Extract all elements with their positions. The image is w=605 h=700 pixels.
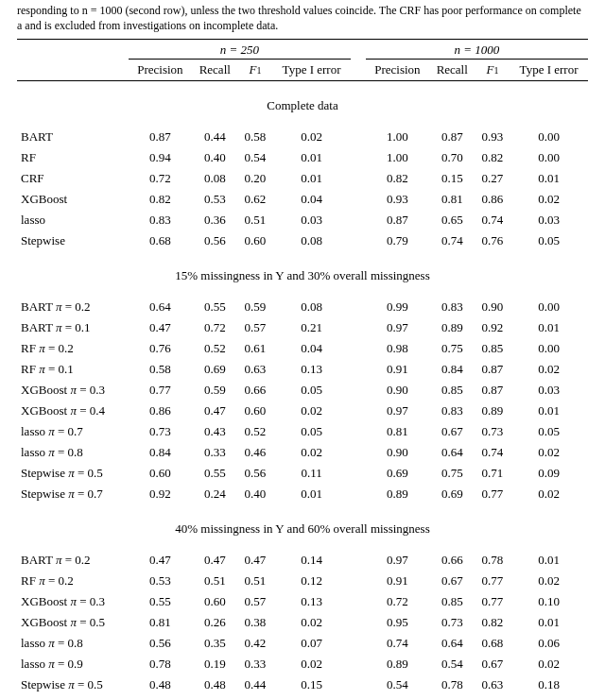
cell: 0.51 (238, 210, 272, 230)
table-row: Stepwise0.680.560.600.080.790.740.760.05 (17, 230, 588, 251)
row-label: lasso (17, 210, 129, 230)
cell: 0.82 (129, 189, 192, 210)
cell: 0.02 (510, 442, 588, 463)
cell: 0.85 (429, 591, 475, 612)
row-label: RF π = 0.2 (17, 571, 129, 591)
cell: 0.56 (238, 463, 272, 484)
cell: 0.07 (272, 633, 351, 654)
cell: 1.00 (366, 147, 429, 168)
cell: 0.86 (475, 189, 510, 210)
cell: 0.47 (192, 550, 238, 571)
cell: 0.00 (510, 338, 588, 359)
cell: 0.47 (129, 317, 192, 338)
cell: 0.89 (366, 484, 429, 504)
cell: 0.61 (238, 338, 272, 359)
cell: 0.73 (429, 612, 475, 633)
cell: 0.81 (429, 189, 475, 210)
cell: 0.87 (475, 359, 510, 380)
section-title: 40% missingness in Y and 60% overall mis… (17, 504, 588, 550)
cell: 0.63 (475, 674, 510, 695)
table-row: Stepwise π = 0.50.600.550.560.110.690.75… (17, 463, 588, 484)
table-caption-fragment: responding to n = 1000 (second row), unl… (17, 4, 588, 33)
cell: 0.05 (272, 380, 351, 401)
cell: 0.02 (272, 127, 351, 147)
cell: 0.90 (366, 380, 429, 401)
cell: 0.84 (429, 359, 475, 380)
cell: 0.76 (475, 230, 510, 251)
cell: 0.87 (475, 380, 510, 401)
cell: 0.01 (510, 168, 588, 189)
cell: 0.60 (129, 463, 192, 484)
row-label: BART π = 0.1 (17, 317, 129, 338)
cell: 0.01 (510, 612, 588, 633)
cell: 0.97 (366, 401, 429, 421)
cell: 0.05 (510, 421, 588, 442)
cell: 0.26 (192, 612, 238, 633)
cell: 0.15 (272, 674, 351, 695)
cell: 0.38 (238, 612, 272, 633)
cell: 0.68 (129, 230, 192, 251)
cell: 0.75 (429, 338, 475, 359)
cell: 0.02 (192, 695, 238, 700)
cell: 0.44 (238, 674, 272, 695)
cell: 0.67 (429, 421, 475, 442)
cell: 0.92 (129, 695, 192, 700)
cell: 0.55 (192, 297, 238, 317)
cell: 0.08 (192, 168, 238, 189)
cell: 0.01 (272, 168, 351, 189)
table-row: lasso π = 0.90.780.190.330.020.890.540.6… (17, 654, 588, 674)
table-row: lasso π = 0.80.560.350.420.070.740.640.6… (17, 633, 588, 654)
cell: 0.64 (129, 297, 192, 317)
cell: 0.65 (429, 210, 475, 230)
cell: 0.06 (510, 633, 588, 654)
cell: 0.77 (129, 380, 192, 401)
cell: 0.40 (192, 147, 238, 168)
cell: 0.90 (366, 442, 429, 463)
table-row: lasso π = 0.80.840.330.460.020.900.640.7… (17, 442, 588, 463)
cell: 0.55 (129, 591, 192, 612)
cell: 0.54 (429, 654, 475, 674)
col-group-n250: n = 250 (129, 40, 351, 60)
cell: 0.02 (272, 442, 351, 463)
cell: 0.74 (475, 695, 510, 700)
cell: 0.51 (238, 571, 272, 591)
cell: 0.87 (129, 127, 192, 147)
cell: 0.93 (366, 695, 429, 700)
col-group-n1000: n = 1000 (366, 40, 588, 60)
cell: 0.02 (510, 189, 588, 210)
cell: 0.71 (475, 463, 510, 484)
cell: 0.00 (510, 127, 588, 147)
cell: 0.66 (238, 380, 272, 401)
table-row: BART π = 0.10.470.720.570.210.970.890.92… (17, 317, 588, 338)
cell: 0.00 (272, 695, 351, 700)
cell: 0.35 (192, 633, 238, 654)
cell: 0.20 (238, 168, 272, 189)
cell: 0.24 (192, 484, 238, 504)
cell: 0.77 (475, 571, 510, 591)
row-label: Stepwise π = 0.8 (17, 695, 129, 700)
cell: 0.10 (510, 591, 588, 612)
cell: 0.89 (475, 401, 510, 421)
cell: 0.00 (510, 147, 588, 168)
col-recall: Recall (429, 60, 475, 81)
row-label: XGBoost π = 0.5 (17, 612, 129, 633)
cell: 0.46 (238, 442, 272, 463)
cell: 0.84 (129, 442, 192, 463)
cell: 0.62 (238, 189, 272, 210)
cell: 0.97 (366, 550, 429, 571)
cell: 0.64 (429, 442, 475, 463)
table-row: lasso π = 0.70.730.430.520.050.810.670.7… (17, 421, 588, 442)
section-title: Complete data (17, 81, 588, 128)
cell: 0.60 (238, 230, 272, 251)
cell: 0.93 (366, 189, 429, 210)
cell: 0.59 (238, 297, 272, 317)
col-recall: Recall (192, 60, 238, 81)
cell: 0.53 (129, 571, 192, 591)
cell: 0.92 (475, 317, 510, 338)
table-row: XGBoost π = 0.30.550.600.570.130.720.850… (17, 591, 588, 612)
cell: 0.36 (192, 210, 238, 230)
cell: 0.85 (475, 338, 510, 359)
cell: 0.02 (272, 654, 351, 674)
table-row: XGBoost π = 0.30.770.590.660.050.900.850… (17, 380, 588, 401)
cell: 0.67 (475, 654, 510, 674)
